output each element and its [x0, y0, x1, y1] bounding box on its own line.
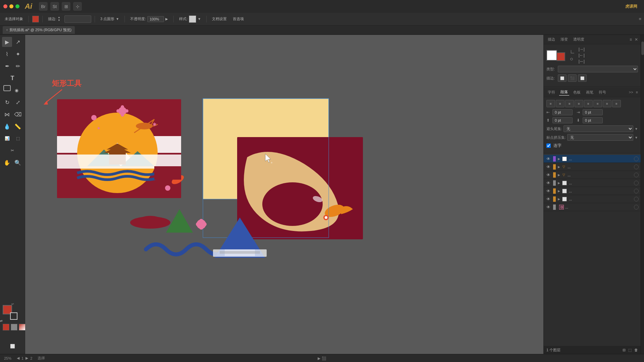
prev-page-btn[interactable]: ◀: [17, 356, 19, 360]
close-button[interactable]: [3, 4, 7, 8]
layer-5-target[interactable]: [634, 189, 639, 193]
magic-wand-tool[interactable]: ✦: [13, 49, 23, 59]
stroke-color-box[interactable]: [10, 312, 17, 320]
para-menu-icon[interactable]: ≡: [636, 90, 638, 94]
layer-7-eye[interactable]: 👁: [546, 204, 551, 210]
swatches-tab[interactable]: 色板: [572, 89, 582, 96]
symbol-tab[interactable]: 符号: [597, 89, 607, 96]
stroke-cap-3[interactable]: |↔|: [579, 59, 585, 64]
layer-6-expand[interactable]: ▶: [558, 197, 560, 201]
document-tab[interactable]: × 剪纸插画.ai* @ 25% (RGB/GPU 预览): [3, 26, 75, 34]
layer-2-eye[interactable]: 👁: [546, 164, 551, 170]
compress-select[interactable]: 无: [567, 134, 633, 141]
right-scrollbar[interactable]: [641, 35, 644, 354]
layer-3-target[interactable]: [634, 173, 639, 177]
stroke-adjust[interactable]: ▲ ▼: [58, 16, 60, 22]
graph-tool[interactable]: 📊: [2, 133, 12, 143]
opacity-input[interactable]: [147, 16, 164, 22]
rectangle-tool[interactable]: [3, 85, 11, 91]
space-before-input[interactable]: [552, 117, 573, 123]
gradient-tab[interactable]: 渐变: [559, 36, 569, 43]
layer-2-target[interactable]: [634, 165, 639, 169]
stroke-tab[interactable]: 描边: [546, 36, 556, 43]
layer-4-eye[interactable]: 👁: [546, 180, 551, 186]
type-select[interactable]: [558, 66, 638, 72]
ligature-checkbox[interactable]: [546, 143, 551, 148]
align-justify-force[interactable]: ≡: [612, 100, 621, 107]
style-arrow[interactable]: ▼: [198, 17, 201, 21]
stock-icon[interactable]: St: [50, 2, 59, 11]
stroke-align-center[interactable]: ⬜: [558, 74, 567, 82]
eyedropper-tool[interactable]: 💧: [2, 121, 12, 131]
delete-layer-icon[interactable]: 🗑: [634, 348, 638, 352]
layer-3-eye[interactable]: 👁: [546, 172, 551, 178]
opacity-arrow[interactable]: ▶: [165, 17, 168, 21]
tab-close-button[interactable]: ×: [6, 28, 8, 32]
pencil-tool[interactable]: ✏: [13, 61, 23, 71]
panel-fill-swatch[interactable]: [546, 50, 557, 61]
artboard-tool[interactable]: ⬚: [13, 133, 23, 143]
layer-item-7[interactable]: 👁 🖼 ...: [544, 203, 641, 211]
align-right[interactable]: ≡: [565, 100, 574, 107]
rotate-tool[interactable]: ↻: [2, 97, 12, 107]
layer-7-target[interactable]: [634, 205, 639, 209]
panel-menu-icon[interactable]: ≡: [630, 37, 632, 42]
align-justify-all[interactable]: ≡: [603, 100, 611, 107]
gradient-mode-btn[interactable]: [19, 324, 25, 330]
layer-4-expand[interactable]: ▶: [558, 181, 560, 185]
stroke-width-selector[interactable]: 3 点圆形 ▼: [98, 16, 121, 22]
fill-mode-btn[interactable]: [3, 324, 9, 330]
play-btn[interactable]: ▶: [318, 356, 320, 361]
layer-5-eye[interactable]: 👁: [546, 188, 551, 194]
bridge-icon[interactable]: Br: [39, 2, 48, 11]
stroke-cap-1[interactable]: |→|: [579, 47, 585, 52]
layer-item-2[interactable]: 👁 ▶ ▽ ...: [544, 163, 641, 171]
layer-item-5[interactable]: 👁 ▶ ...: [544, 187, 641, 195]
para-tab[interactable]: 段落: [559, 89, 569, 96]
lasso-tool[interactable]: ⌇: [2, 49, 12, 59]
select-tool[interactable]: ▶: [2, 37, 12, 47]
layer-1-expand[interactable]: ▶: [558, 157, 560, 161]
type-tool[interactable]: T: [7, 73, 17, 83]
style-preview[interactable]: [189, 15, 196, 23]
hyphen-dropdown-arrow[interactable]: ▼: [635, 127, 638, 131]
canvas-svg[interactable]: ✱ ✱: [25, 35, 543, 354]
panel-toggle-icon[interactable]: ≡: [639, 16, 641, 21]
panel-stroke-swatch[interactable]: [556, 52, 565, 61]
layer-6-target[interactable]: [634, 197, 639, 201]
align-left[interactable]: ≡: [546, 100, 555, 107]
layer-item-1[interactable]: 👁 ▶ ...: [544, 155, 641, 163]
swap-colors[interactable]: ⇄: [0, 319, 3, 322]
align-justify-center[interactable]: ≡: [584, 100, 593, 107]
slice-tool[interactable]: ✂: [7, 145, 17, 156]
grid-icon[interactable]: ⊞: [62, 2, 70, 11]
default-colors[interactable]: ↩: [11, 302, 14, 306]
stroke-align-inside[interactable]: ⬛: [568, 74, 577, 82]
layer-4-target[interactable]: [634, 181, 639, 185]
layer-item-4[interactable]: 👁 ▶ ...: [544, 179, 641, 187]
hand-tool[interactable]: ✋: [2, 158, 12, 168]
align-justify-left[interactable]: ≡: [575, 100, 583, 107]
fill-color-swatch[interactable]: [32, 16, 39, 22]
layer-1-target[interactable]: [634, 157, 639, 161]
align-justify-right[interactable]: ≡: [593, 100, 602, 107]
stop-btn[interactable]: ⬛: [322, 356, 326, 361]
hyphen-select[interactable]: 无: [564, 125, 633, 132]
scrollbar-thumb[interactable]: [641, 42, 644, 55]
fullscreen-button[interactable]: [15, 4, 19, 8]
compress-dropdown-arrow[interactable]: ▼: [635, 136, 638, 139]
pen-tool[interactable]: ✒: [2, 61, 12, 71]
make-mask-icon[interactable]: ⊟: [623, 348, 626, 352]
stroke-align-outside[interactable]: ⬜: [578, 74, 587, 82]
expand-icon[interactable]: >>: [629, 90, 633, 94]
align-center[interactable]: ≡: [556, 100, 565, 107]
blend-tool[interactable]: ⋈: [2, 109, 12, 119]
direct-select-tool[interactable]: ↗: [13, 37, 23, 47]
minimize-button[interactable]: [9, 4, 13, 8]
place-tool[interactable]: ⬜: [7, 341, 17, 351]
panel-close-icon[interactable]: ✕: [635, 37, 638, 42]
layer-2-expand[interactable]: ▶: [558, 165, 560, 169]
stroke-cap-2[interactable]: |←|: [579, 53, 585, 58]
transform-tool[interactable]: ⤢: [13, 97, 23, 107]
indent-right-input[interactable]: [583, 109, 603, 115]
